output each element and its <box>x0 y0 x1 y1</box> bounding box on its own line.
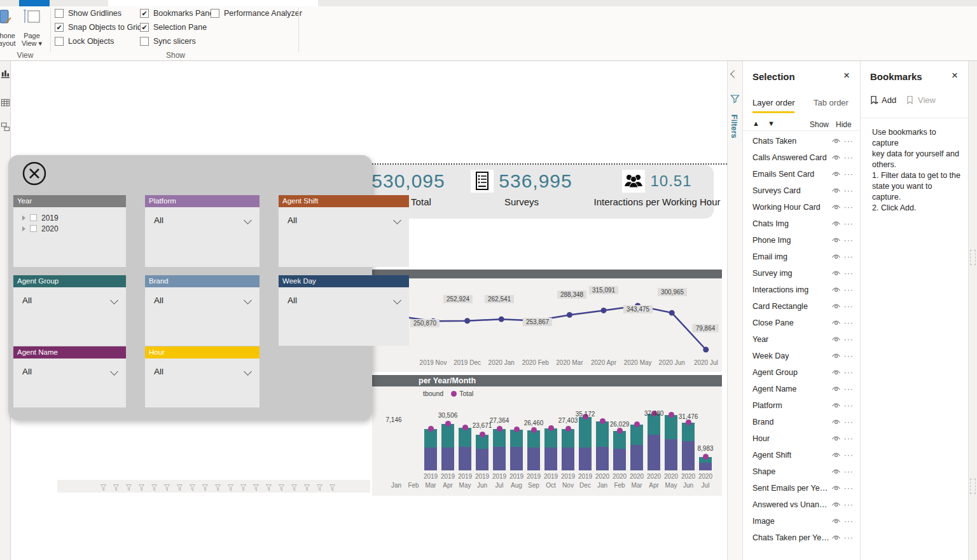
layer-item-surveys-card[interactable]: Surveys Card··· <box>752 186 855 200</box>
kpi-surveys[interactable]: 536,995Surveys <box>468 170 576 207</box>
visibility-eye-icon[interactable] <box>831 517 841 527</box>
more-options-icon[interactable]: ··· <box>844 517 854 526</box>
visibility-eye-icon[interactable] <box>831 501 841 510</box>
bar-inbound-segment[interactable] <box>630 445 643 470</box>
slicer-body[interactable]: All <box>13 359 126 407</box>
layer-item-email-img[interactable]: Email img··· <box>752 252 855 266</box>
show-all-button[interactable]: Show <box>810 120 829 129</box>
chevron-down-icon[interactable] <box>110 296 118 304</box>
more-options-icon[interactable]: ··· <box>844 352 854 360</box>
bar-outbound-segment[interactable] <box>596 421 609 447</box>
layer-item-sent-emails-per-year[interactable]: Sent Emails per Year/...··· <box>752 484 855 498</box>
bar-outbound-segment[interactable] <box>493 429 506 447</box>
bar-inbound-segment[interactable] <box>459 447 471 470</box>
close-overlay-button[interactable] <box>21 160 48 187</box>
bar-inbound-segment[interactable] <box>510 447 523 470</box>
more-options-icon[interactable]: ··· <box>844 186 854 195</box>
bar-outbound-segment[interactable] <box>562 429 574 447</box>
filters-funnel-icon[interactable] <box>730 94 740 104</box>
layer-item-survey-img[interactable]: Survey img··· <box>752 269 855 283</box>
tab-layer-order[interactable]: Layer order <box>752 98 794 107</box>
year-option-2019[interactable]: 2019 <box>17 212 59 223</box>
bar-inbound-segment[interactable] <box>699 463 712 470</box>
expand-arrow-icon[interactable] <box>22 215 25 221</box>
visibility-eye-icon[interactable] <box>831 236 841 246</box>
bar-outbound-segment[interactable] <box>665 415 677 439</box>
more-options-icon[interactable]: ··· <box>844 385 854 393</box>
checkbox-snap-objects-to-grid[interactable]: ✔Snap Objects to Grid <box>55 22 142 32</box>
more-options-icon[interactable]: ··· <box>844 285 854 294</box>
slicer-agent-name[interactable]: Agent NameAll <box>13 346 126 407</box>
slicer-body[interactable]: All <box>145 359 260 407</box>
visibility-eye-icon[interactable] <box>831 187 841 196</box>
more-options-icon[interactable]: ··· <box>844 484 854 493</box>
visibility-eye-icon[interactable] <box>831 418 841 428</box>
bar-outbound-segment[interactable] <box>579 417 592 447</box>
bar-outbound-segment[interactable] <box>544 428 557 447</box>
year-checkbox[interactable] <box>30 214 37 221</box>
bar-inbound-segment[interactable] <box>424 447 437 470</box>
visibility-eye-icon[interactable] <box>831 484 841 494</box>
layer-item-shape[interactable]: Shape··· <box>752 467 855 481</box>
view-tab-active[interactable] <box>108 0 318 6</box>
bar-inbound-segment[interactable] <box>562 447 574 470</box>
more-options-icon[interactable]: ··· <box>844 170 854 179</box>
layer-item-agent-group[interactable]: Agent Group··· <box>752 368 855 382</box>
visibility-eye-icon[interactable] <box>831 369 841 378</box>
phone-layout-button[interactable]: Phone Layout <box>0 8 19 48</box>
visibility-eye-icon[interactable] <box>831 451 841 461</box>
more-options-icon[interactable]: ··· <box>844 219 854 228</box>
layer-item-working-hour-card[interactable]: Working Hour Card··· <box>752 203 855 217</box>
layer-item-interactions-img[interactable]: Interactions img··· <box>752 285 855 299</box>
hide-all-button[interactable]: Hide <box>836 120 852 129</box>
layer-item-phone-img[interactable]: Phone Img··· <box>752 236 855 250</box>
slicer-body[interactable]: All <box>279 207 409 267</box>
year-option-2020[interactable]: 2020 <box>17 223 59 234</box>
layer-item-image[interactable]: Image··· <box>752 517 855 531</box>
visibility-eye-icon[interactable] <box>831 468 841 477</box>
bar-outbound-segment[interactable] <box>682 423 695 441</box>
expand-filters-chevron-icon[interactable] <box>730 70 738 78</box>
bar-outbound-segment[interactable] <box>424 429 437 447</box>
checkbox-sync-slicers[interactable]: Sync slicers <box>140 36 196 46</box>
checkbox-icon[interactable] <box>211 9 219 18</box>
move-layer-up-button[interactable]: ▲ <box>752 120 759 127</box>
checkbox-icon[interactable]: ✔ <box>140 23 149 32</box>
slicer-body[interactable]: All <box>13 287 126 346</box>
layer-item-platform[interactable]: Platform··· <box>752 401 855 415</box>
visibility-eye-icon[interactable] <box>831 336 841 345</box>
more-options-icon[interactable]: ··· <box>844 500 854 509</box>
tab-tab-order[interactable]: Tab order <box>814 98 849 107</box>
move-layer-down-button[interactable]: ▼ <box>768 120 775 127</box>
bar-outbound-segment[interactable] <box>527 430 540 447</box>
page-view-button[interactable]: Page View ▾ <box>18 8 46 48</box>
visibility-eye-icon[interactable] <box>831 203 841 213</box>
slicer-hour[interactable]: HourAll <box>145 346 260 407</box>
checkbox-icon[interactable]: ✔ <box>140 9 149 18</box>
chevron-down-icon[interactable] <box>393 216 401 224</box>
bar-inbound-segment[interactable] <box>544 447 557 470</box>
bar-inbound-segment[interactable] <box>648 435 660 470</box>
visibility-eye-icon[interactable] <box>831 303 841 312</box>
checkbox-icon[interactable]: ✔ <box>55 23 64 32</box>
checkbox-icon[interactable] <box>55 37 64 46</box>
more-options-icon[interactable]: ··· <box>844 335 854 344</box>
bar-inbound-segment[interactable] <box>476 449 488 470</box>
more-options-icon[interactable]: ··· <box>844 269 854 278</box>
layer-item-chats-img[interactable]: Chats Img··· <box>752 219 855 233</box>
checkbox-icon[interactable] <box>55 9 64 18</box>
filters-collapsed-pane[interactable]: Filters <box>727 61 742 560</box>
visibility-eye-icon[interactable] <box>831 137 841 147</box>
bar-inbound-segment[interactable] <box>665 439 677 470</box>
bar-inbound-segment[interactable] <box>493 447 506 470</box>
layer-item-card-rectangle[interactable]: Card Rectangle··· <box>752 302 855 316</box>
bar-inbound-segment[interactable] <box>613 449 626 470</box>
slicer-year[interactable]: Year20192020 <box>13 195 126 267</box>
visibility-eye-icon[interactable] <box>831 220 841 229</box>
slicer-body[interactable]: All <box>145 207 260 267</box>
more-options-icon[interactable]: ··· <box>844 533 854 542</box>
more-options-icon[interactable]: ··· <box>844 368 854 377</box>
visibility-eye-icon[interactable] <box>831 402 841 411</box>
chevron-down-icon[interactable] <box>244 367 252 376</box>
bar-outbound-segment[interactable] <box>630 425 643 445</box>
